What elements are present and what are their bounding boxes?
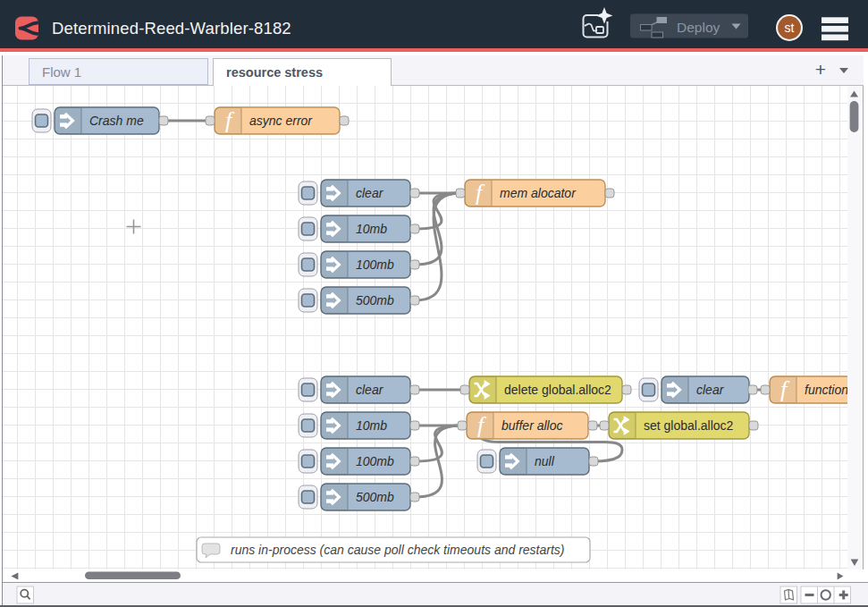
svg-text:10mb: 10mb [356, 222, 387, 236]
svg-text:clear: clear [696, 383, 725, 397]
svg-text:buffer alloc: buffer alloc [501, 418, 562, 433]
svg-text:set global.alloc2: set global.alloc2 [644, 418, 734, 433]
svg-text:clear: clear [356, 383, 384, 397]
svg-text:function: function [805, 383, 848, 397]
svg-text:100mb: 100mb [356, 454, 394, 468]
svg-text:runs in-process (can cause pol: runs in-process (can cause poll check ti… [231, 543, 565, 557]
svg-text:500mb: 500mb [356, 293, 394, 308]
svg-text:st: st [785, 21, 795, 35]
svg-text:delete global.alloc2: delete global.alloc2 [504, 383, 611, 397]
svg-text:500mb: 500mb [356, 490, 394, 504]
svg-text:10mb: 10mb [356, 418, 387, 433]
svg-text:null: null [535, 454, 555, 468]
svg-text:100mb: 100mb [356, 257, 394, 272]
svg-text:async error: async error [249, 114, 313, 128]
svg-text:clear: clear [356, 186, 384, 200]
svg-text:mem alocator: mem alocator [500, 186, 577, 200]
svg-text:Deploy: Deploy [677, 20, 720, 35]
svg-text:Crash me: Crash me [89, 114, 144, 128]
svg-text:Determined-Reed-Warbler-8182: Determined-Reed-Warbler-8182 [52, 19, 291, 38]
